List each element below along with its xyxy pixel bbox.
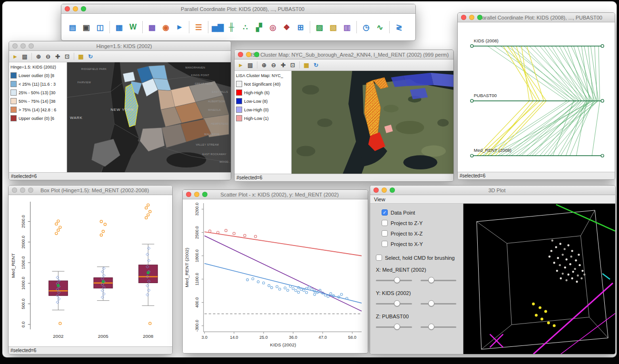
minimize-button[interactable]: [246, 52, 251, 57]
legend-item[interactable]: Lower outlier (0) [8: [10, 72, 65, 79]
close-button[interactable]: [12, 187, 17, 193]
titlebar[interactable]: 3D Plot: [370, 186, 615, 195]
cartogram-icon[interactable]: ◉: [159, 21, 172, 34]
scatter-canvas[interactable]: 3.014.025.036.047.058.0KIDS (2002)-300.0…: [183, 199, 368, 353]
scatter-matrix-icon[interactable]: ▞: [253, 21, 265, 34]
range-slider[interactable]: [376, 300, 412, 307]
full-extent-icon[interactable]: ⊡: [288, 61, 297, 69]
legend-item[interactable]: High-Low (1): [236, 115, 290, 121]
range-slider[interactable]: [421, 300, 457, 307]
slider-thumb[interactable]: [394, 277, 400, 283]
select-arrow-icon[interactable]: ►: [11, 52, 20, 61]
minimize-button[interactable]: [20, 187, 25, 193]
lisa-map-view[interactable]: [292, 71, 453, 174]
legend-item[interactable]: 25% - 50% (13) [30: [10, 89, 65, 96]
minimize-button[interactable]: [194, 192, 199, 197]
slider-thumb[interactable]: [428, 300, 434, 306]
minimize-button[interactable]: [73, 6, 78, 11]
minimize-button[interactable]: [382, 187, 387, 193]
checkbox[interactable]: ✓: [382, 209, 388, 216]
close-button[interactable]: [65, 6, 70, 11]
checkbox[interactable]: [382, 230, 388, 236]
scatter-plot-area[interactable]: 3.014.025.036.047.058.0KIDS (2002)-300.0…: [183, 199, 368, 353]
zoom-button[interactable]: [29, 43, 34, 49]
checkbox[interactable]: [382, 241, 388, 247]
range-slider[interactable]: [376, 276, 412, 284]
threed-canvas[interactable]: [463, 204, 615, 354]
line-chart-icon[interactable]: ∿: [373, 21, 386, 34]
conditional-plot-icon[interactable]: ⊞: [294, 21, 307, 34]
slider-track[interactable]: [421, 303, 457, 305]
scatterplot-icon[interactable]: ∴: [239, 21, 252, 34]
boxplot-canvas[interactable]: 0.0500.01000.01500.02000.02500.0Med_RENT…: [9, 195, 172, 346]
slider-thumb[interactable]: [428, 324, 434, 330]
moran-scatter-icon[interactable]: ❖: [280, 21, 293, 34]
save-project-icon[interactable]: ◫: [94, 21, 107, 34]
refresh-icon[interactable]: ↻: [312, 61, 320, 69]
zoom-in-icon[interactable]: ⊕: [34, 52, 43, 61]
local-g-map-icon[interactable]: ▧: [327, 21, 340, 34]
slider-thumb[interactable]: [394, 300, 400, 306]
close-button[interactable]: [12, 43, 18, 49]
boxplot-plot-area[interactable]: 0.0500.01000.01500.02000.02500.0Med_RENT…: [9, 195, 172, 346]
legend-item[interactable]: 50% - 75% (14) [38: [10, 98, 65, 104]
legend-item[interactable]: Not Significant (40): [236, 81, 290, 87]
hinge-map-canvas[interactable]: RIDGEFIELD PARKFAIRVIEWMANORHAVENKINGS P…: [67, 62, 231, 172]
zoom-button[interactable]: [254, 52, 259, 57]
titlebar[interactable]: Scatter Plot - x: KIDS (2002), y: Med_RE…: [183, 190, 368, 199]
zoom-button[interactable]: [390, 187, 395, 193]
pan-icon[interactable]: ✚: [279, 61, 287, 69]
basemap-icon[interactable]: ▦: [302, 61, 311, 69]
legend-item[interactable]: High-High (6): [236, 89, 290, 96]
parallel-coordinate-icon[interactable]: ≷: [393, 21, 405, 34]
checkbox[interactable]: [376, 255, 382, 261]
checkbox[interactable]: [382, 220, 388, 226]
range-slider[interactable]: [421, 323, 457, 331]
pan-icon[interactable]: ✚: [53, 52, 62, 61]
zoom-button[interactable]: [477, 15, 482, 20]
minimize-button[interactable]: [469, 15, 474, 20]
legend-item[interactable]: < 25% (11) [11.6 : 3: [10, 81, 65, 87]
choropleth-map-icon[interactable]: ▩: [146, 21, 158, 34]
slider-thumb[interactable]: [394, 324, 400, 330]
titlebar[interactable]: Parallel Coordinate Plot: KIDS (2008), .…: [458, 13, 615, 22]
titlebar[interactable]: Box Plot (Hinge=1.5): Med_RENT (2002-200…: [9, 186, 172, 195]
range-slider[interactable]: [376, 323, 412, 331]
basemap-icon[interactable]: ▦: [77, 52, 85, 61]
zoom-button[interactable]: [202, 192, 207, 197]
close-project-icon[interactable]: ▣: [80, 21, 93, 34]
table-icon[interactable]: ▦: [113, 21, 126, 34]
bubble-chart-icon[interactable]: ◎: [266, 21, 279, 34]
close-button[interactable]: [186, 192, 191, 197]
averages-chart-icon[interactable]: ◷: [360, 21, 373, 34]
titlebar[interactable]: Parallel Coordinate Plot: KIDS (2008), .…: [61, 4, 415, 14]
layers-icon[interactable]: ▧: [246, 61, 255, 69]
lisa-cluster-icon[interactable]: ▨: [313, 21, 326, 34]
zoom-button[interactable]: [81, 6, 86, 11]
pcp-canvas[interactable]: KIDS (2008)PUBAST00Med_RENT (2008): [458, 22, 615, 172]
lisa-map-canvas[interactable]: [292, 71, 453, 174]
legend-item[interactable]: Low-Low (8): [236, 98, 290, 104]
range-slider[interactable]: [421, 276, 457, 284]
zoom-out-icon[interactable]: ⊖: [269, 61, 278, 69]
zoom-in-icon[interactable]: ⊕: [260, 61, 268, 69]
hinge-map-view[interactable]: RIDGEFIELD PARKFAIRVIEWMANORHAVENKINGS P…: [67, 62, 231, 172]
close-button[interactable]: [238, 52, 243, 57]
map-movie-icon[interactable]: ►: [173, 21, 186, 34]
titlebar[interactable]: Hinge=1.5: KIDS (2002): [9, 41, 231, 51]
close-button[interactable]: [461, 15, 466, 20]
histogram-icon[interactable]: ▅▇: [211, 21, 224, 34]
titlebar[interactable]: LISA Cluster Map: NYC_Sub_borough_Area2_…: [235, 50, 453, 59]
minimize-button[interactable]: [20, 43, 26, 49]
threed-viewport[interactable]: [463, 204, 615, 354]
refresh-icon[interactable]: ↻: [86, 52, 95, 61]
zoom-out-icon[interactable]: ⊖: [44, 52, 52, 61]
legend-item[interactable]: > 75% (14) [42.8 : 6: [10, 107, 65, 113]
category-editor-icon[interactable]: ☰: [192, 21, 205, 34]
boxplot-icon[interactable]: ╫: [225, 21, 238, 34]
pcp-plot-area[interactable]: KIDS (2008)PUBAST00Med_RENT (2008): [458, 22, 615, 172]
slider-track[interactable]: [421, 280, 457, 281]
legend-item[interactable]: Low-High (0): [236, 107, 290, 113]
full-extent-icon[interactable]: ⊡: [63, 52, 71, 61]
slider-thumb[interactable]: [428, 277, 434, 283]
